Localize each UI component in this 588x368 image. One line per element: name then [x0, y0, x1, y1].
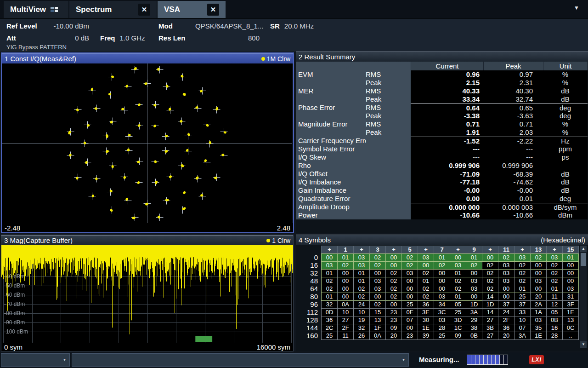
symbols-row-index: 80: [298, 293, 322, 301]
symbol-hex-cell: 02: [546, 269, 563, 277]
symbols-row-index: 16: [298, 261, 322, 270]
symbol-hex-cell: 01: [434, 253, 450, 262]
panel-symbols-subtitle: (Hexadecimal): [541, 236, 585, 244]
symbol-hex-cell: 02: [385, 277, 402, 285]
column-expand-button[interactable]: +: [418, 246, 434, 254]
mod-field[interactable]: Mod QPSK/64APSK_8_1...: [158, 22, 263, 30]
panel-constellation-header[interactable]: 1 Const I/Q(Meas&Ref) 1M Clrw: [2, 53, 293, 63]
sr-field[interactable]: SR 20.0 MHz: [270, 22, 314, 30]
column-expand-button[interactable]: +: [385, 246, 402, 254]
result-name: [296, 95, 366, 104]
yig-bypass-info: YIG Bypass PATTERN: [6, 44, 67, 51]
ref-level-field[interactable]: Ref Level -10.00 dBm: [6, 22, 89, 30]
result-current-value: -10.66: [411, 211, 483, 219]
symbols-scrollbar[interactable]: ▲ ▼: [580, 246, 587, 348]
result-peak-value: 0.000 003: [483, 203, 543, 212]
symbol-hex-cell: 03: [369, 285, 386, 293]
measurement-progress-bar: [467, 355, 508, 365]
panel-result-summary-header[interactable]: 2 Result Summary: [296, 52, 588, 62]
tab-vsa[interactable]: VSA ✕: [158, 1, 226, 18]
ref-level-value: -10.00 dBm: [53, 22, 89, 30]
symbol-hex-cell: 0F: [401, 308, 418, 316]
symbol-hex-cell: 05: [546, 308, 563, 316]
result-summary-row: Peak2.152.31%: [296, 79, 588, 87]
symbol-hex-cell: 03: [562, 285, 579, 293]
close-icon[interactable]: ✕: [207, 4, 219, 16]
magnitude-plot[interactable]: [1, 245, 293, 343]
panel-result-summary-title: 2 Result Summary: [299, 53, 355, 61]
progress-segment: [504, 355, 508, 364]
symbol-hex-cell: 00: [562, 277, 579, 285]
trace-legend: 1 Clrw: [266, 237, 290, 244]
tab-spectrum[interactable]: Spectrum ✕: [69, 1, 157, 18]
symbol-hex-cell: 02: [450, 277, 466, 285]
tab-multiview[interactable]: MultiView: [4, 1, 68, 18]
symbol-hex-cell: 00: [562, 261, 579, 270]
scroll-down-icon[interactable]: ▼: [580, 341, 587, 348]
symbol-hex-cell: 2F: [337, 324, 354, 332]
result-current-value: -77.18: [411, 178, 483, 186]
result-unit: deg: [543, 112, 588, 120]
column-expand-button[interactable]: +: [546, 246, 563, 254]
symbol-hex-cell: 01: [353, 277, 370, 285]
column-expand-button[interactable]: +: [514, 246, 531, 254]
panel-magnitude: 3 Mag(Capture Buffer) 1 Clrw 0 sym 16000…: [1, 235, 294, 351]
symbol-hex-cell: 30: [418, 316, 434, 324]
scrollbar-thumb[interactable]: [581, 253, 586, 266]
symbol-hex-cell: ..: [562, 332, 579, 340]
progress-segment: [500, 355, 504, 364]
symbol-hex-cell: 02: [337, 261, 354, 270]
column-expand-button[interactable]: +: [353, 246, 370, 254]
result-summary-row: Gain Imbalance-0.00-0.00dB: [296, 186, 588, 195]
res-len-field[interactable]: Res Len 800: [158, 34, 260, 42]
tab-overflow-button[interactable]: ▼: [570, 5, 583, 14]
result-subtype: [366, 186, 411, 195]
symbol-hex-cell: 02: [482, 285, 498, 293]
symbol-hex-cell: 3D: [450, 316, 466, 324]
freq-field[interactable]: Freq 1.0 GHz: [100, 34, 145, 42]
result-peak-value: 0.01: [483, 195, 543, 203]
result-subtype: [366, 211, 411, 219]
symbol-hex-cell: 02: [385, 269, 402, 277]
symbol-hex-cell: 02: [353, 293, 370, 301]
symbol-hex-cell: 32: [353, 324, 370, 332]
symbol-hex-cell: 25: [321, 332, 338, 340]
column-expand-button[interactable]: +: [482, 246, 498, 254]
att-value: 0 dB: [75, 34, 89, 42]
symbols-row: 1120D101015230F3E3C253A1424331A051E: [298, 308, 579, 316]
symbol-hex-cell: 3F: [562, 300, 579, 309]
result-summary-row: MERRMS40.3340.30dB: [296, 87, 588, 95]
symbol-hex-cell: 03: [530, 277, 547, 285]
symbol-hex-cell: 3C: [434, 308, 450, 316]
status-dropdown-left[interactable]: ▾: [1, 353, 70, 367]
trace-dot-icon: [266, 239, 270, 242]
result-name: Carrier Frequency Error: [296, 137, 366, 145]
result-peak-value: -68.39: [483, 170, 543, 178]
mod-label: Mod: [158, 22, 195, 30]
symbols-row-index: 128: [298, 316, 322, 324]
scroll-up-icon[interactable]: ▲: [580, 246, 587, 252]
result-subtype: [366, 170, 411, 178]
constellation-plot[interactable]: [2, 63, 292, 223]
close-icon[interactable]: ✕: [138, 4, 150, 16]
result-subtype: RMS: [366, 87, 411, 95]
att-field[interactable]: Att 0 dB: [6, 34, 89, 42]
status-dropdown-message[interactable]: ▾: [72, 353, 409, 367]
result-subtype: [366, 161, 411, 170]
column-expand-button[interactable]: +: [450, 246, 466, 254]
panel-magnitude-header[interactable]: 3 Mag(Capture Buffer) 1 Clrw: [1, 235, 293, 245]
result-current-value: -0.00: [411, 186, 483, 195]
symbol-hex-cell: 10: [514, 316, 531, 324]
column-expand-button[interactable]: +: [321, 246, 338, 254]
result-current-value: ---: [411, 153, 483, 161]
result-name: Quadrature Error: [296, 195, 366, 203]
result-summary-row: Magnitude ErrorRMS0.710.71%: [296, 120, 588, 128]
result-peak-value: -10.66: [483, 211, 543, 219]
result-unit: dB: [543, 87, 588, 95]
symbol-hex-cell: 1A: [530, 308, 547, 316]
column-header-peak: Peak: [483, 62, 543, 70]
symbols-column-header: 9: [466, 246, 482, 254]
panel-symbols-header[interactable]: 4 Symbols (Hexadecimal): [296, 235, 588, 245]
symbol-hex-cell: 01: [337, 253, 354, 262]
symbol-hex-cell: 01: [514, 285, 531, 293]
